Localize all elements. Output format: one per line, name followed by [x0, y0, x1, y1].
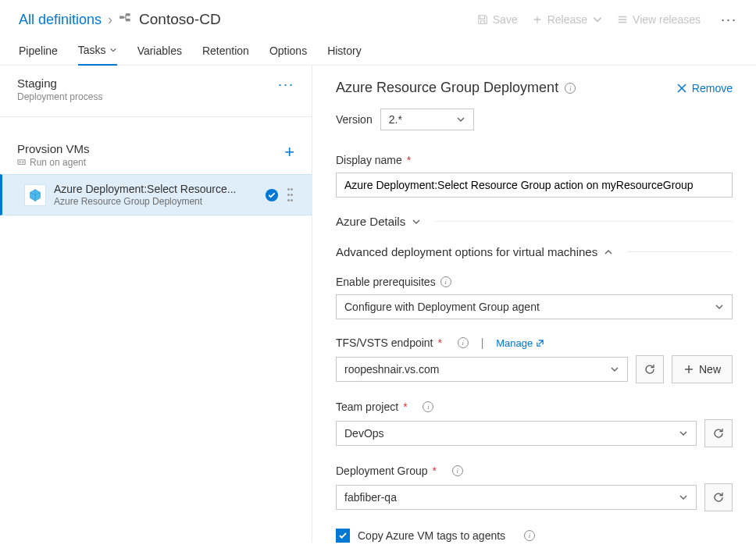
stage-title: Staging: [17, 77, 102, 90]
save-icon: [477, 14, 488, 25]
detail-title: Azure Resource Group Deployment: [336, 80, 558, 96]
azure-cube-icon: [24, 184, 46, 206]
chevron-right-icon: ›: [108, 12, 112, 28]
agent-icon: [17, 158, 26, 167]
close-icon: [676, 83, 687, 94]
chevron-down-icon: [610, 365, 619, 374]
refresh-icon: [712, 491, 725, 504]
tab-tasks[interactable]: Tasks: [78, 37, 117, 66]
tab-options[interactable]: Options: [269, 37, 307, 65]
info-icon[interactable]: i: [458, 337, 469, 348]
tab-pipeline[interactable]: Pipeline: [19, 37, 58, 65]
azure-details-section[interactable]: Azure Details: [336, 215, 733, 228]
list-icon: [617, 14, 628, 25]
phase-title: Provsion VMs: [17, 142, 90, 155]
version-label: Version: [336, 113, 373, 126]
tab-variables[interactable]: Variables: [137, 37, 182, 65]
deployment-group-label: Deployment Group: [336, 465, 428, 477]
refresh-icon: [712, 427, 725, 440]
svg-rect-0: [119, 16, 124, 19]
info-icon[interactable]: i: [524, 530, 535, 541]
chevron-down-icon: [715, 302, 724, 312]
tab-history[interactable]: History: [327, 37, 362, 65]
chevron-down-icon: [679, 429, 688, 438]
refresh-icon: [644, 363, 656, 376]
copy-tags-checkbox[interactable]: [336, 529, 350, 543]
manage-link[interactable]: Manage: [496, 337, 544, 349]
phase-row[interactable]: Provsion VMs Run on agent +: [0, 133, 312, 174]
advanced-options-section[interactable]: Advanced deployment options for virtual …: [336, 245, 733, 258]
new-button[interactable]: New: [672, 355, 733, 383]
team-project-select[interactable]: DevOps: [336, 421, 697, 446]
version-select[interactable]: 2.*: [380, 109, 474, 130]
info-icon[interactable]: i: [452, 465, 463, 476]
plus-icon: [532, 14, 543, 25]
required-indicator: *: [433, 465, 437, 477]
stage-header[interactable]: Staging Deployment process ···: [0, 66, 312, 117]
release-button[interactable]: Release: [532, 13, 603, 26]
phase-subtitle: Run on agent: [17, 157, 90, 168]
chevron-down-icon: [456, 115, 465, 124]
external-link-icon: [536, 339, 544, 347]
svg-rect-4: [20, 161, 21, 162]
task-row-selected[interactable]: Azure Deployment:Select Resource... Azur…: [0, 174, 312, 215]
more-actions-button[interactable]: ···: [715, 12, 737, 28]
prerequisites-label: Enable prerequisites: [336, 276, 436, 288]
svg-rect-5: [22, 161, 23, 162]
display-name-input[interactable]: [336, 173, 733, 198]
release-icon: [119, 12, 133, 27]
refresh-button[interactable]: [704, 419, 733, 447]
required-indicator: *: [438, 337, 442, 349]
task-subtitle: Azure Resource Group Deployment: [54, 196, 259, 207]
stage-more-button[interactable]: ···: [278, 77, 294, 93]
breadcrumb: All definitions › Contoso-CD: [19, 11, 221, 28]
svg-rect-1: [126, 13, 130, 16]
drag-handle-icon[interactable]: [287, 188, 294, 202]
info-icon[interactable]: i: [565, 83, 576, 94]
chevron-down-icon: [679, 493, 688, 502]
view-releases-button[interactable]: View releases: [617, 13, 701, 26]
save-button[interactable]: Save: [477, 13, 518, 26]
remove-button[interactable]: Remove: [676, 82, 733, 94]
add-task-button[interactable]: +: [284, 142, 294, 162]
check-icon: [338, 531, 348, 540]
svg-rect-3: [18, 159, 25, 164]
info-icon[interactable]: i: [423, 401, 433, 412]
chevron-up-icon: [604, 248, 613, 257]
plus-icon: [683, 364, 694, 375]
chevron-down-icon: [592, 14, 603, 25]
required-indicator: *: [407, 154, 411, 166]
chevron-down-icon: [412, 217, 421, 226]
page-title: Contoso-CD: [139, 11, 221, 28]
breadcrumb-root-link[interactable]: All definitions: [19, 12, 102, 28]
stage-subtitle: Deployment process: [17, 91, 102, 102]
refresh-button[interactable]: [704, 483, 733, 511]
endpoint-select[interactable]: roopeshnair.vs.com: [336, 357, 628, 382]
deployment-group-select[interactable]: fabfiber-qa: [336, 485, 697, 510]
display-name-label: Display name: [336, 154, 402, 166]
task-title: Azure Deployment:Select Resource...: [54, 183, 259, 195]
info-icon[interactable]: i: [440, 276, 451, 287]
refresh-button[interactable]: [636, 355, 664, 383]
required-indicator: *: [403, 401, 407, 413]
endpoint-label: TFS/VSTS endpoint: [336, 337, 433, 349]
team-project-label: Team project: [336, 401, 398, 413]
tab-retention[interactable]: Retention: [202, 37, 249, 65]
chevron-down-icon: [109, 46, 117, 54]
prerequisites-select[interactable]: Configure with Deployment Group agent: [336, 294, 733, 319]
check-circle-icon: [265, 188, 279, 202]
copy-tags-label: Copy Azure VM tags to agents: [358, 529, 505, 542]
svg-rect-2: [126, 19, 130, 21]
